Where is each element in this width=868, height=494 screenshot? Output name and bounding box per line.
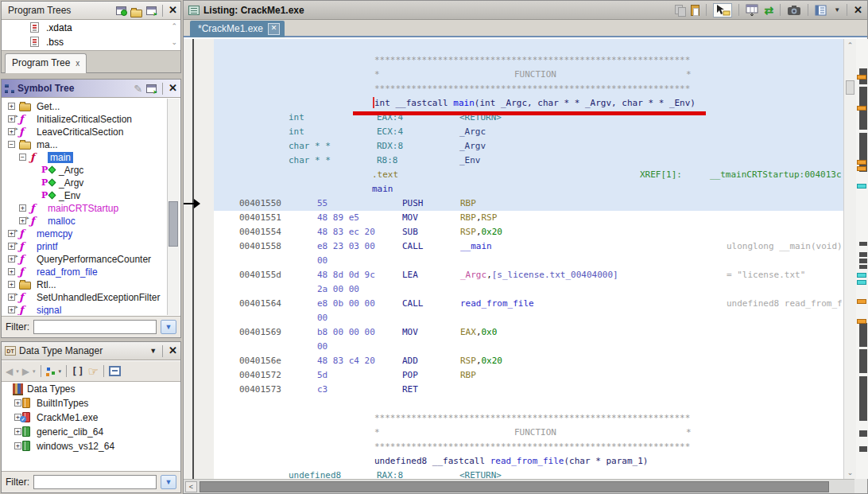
dtm-filter-row: Filter: ▼: [2, 471, 180, 492]
collapse-icon[interactable]: −: [8, 141, 15, 148]
preview-window-icon[interactable]: [109, 366, 121, 376]
menu-caret-icon[interactable]: ▼: [149, 347, 157, 355]
edit-pencil-icon[interactable]: ✎: [134, 83, 142, 95]
cursor-selection-icon[interactable]: [713, 3, 732, 18]
scroll-up-icon[interactable]: ⌃: [844, 39, 856, 52]
expand-window-icon[interactable]: [146, 6, 157, 15]
thunk-icon: ƒ: [19, 241, 24, 251]
close-icon[interactable]: ✕: [854, 5, 862, 16]
expand-window-icon[interactable]: [146, 84, 157, 93]
down-chevron-icon[interactable]: ⌄: [171, 38, 177, 46]
horizontal-scrollbar[interactable]: <: [184, 479, 856, 493]
listing-tab-crackme1[interactable]: *CrackMe1.exe ✕: [190, 21, 285, 37]
copy-icon[interactable]: [675, 5, 686, 15]
listing-icon: [188, 6, 200, 15]
listing-line: main: [214, 182, 843, 196]
scrollbar-thumb[interactable]: [169, 201, 178, 247]
bookmark-marker[interactable]: [857, 319, 866, 324]
scroll-down-icon[interactable]: ⌄: [844, 466, 856, 479]
listing-field: __main: [460, 239, 492, 254]
program-tree-tab[interactable]: Program Treex: [5, 53, 87, 73]
new-tree-icon[interactable]: [116, 6, 126, 15]
close-icon[interactable]: ✕: [169, 5, 177, 16]
listing-field: undefined8 read_from_f: [727, 297, 843, 311]
snapshot-icon[interactable]: [787, 5, 801, 16]
listing-field: RBP: [460, 368, 476, 383]
listing-content[interactable]: ****************************************…: [214, 39, 843, 479]
expand-icon[interactable]: +: [19, 204, 26, 212]
close-icon[interactable]: ✕: [169, 345, 177, 356]
tree-item-label: _Env: [59, 190, 80, 201]
program-tree-tabstrip: Program Treex: [2, 50, 180, 72]
tab-close-icon[interactable]: x: [76, 59, 79, 68]
listing-line: 00: [214, 340, 843, 354]
dropdown-caret-icon[interactable]: ▼: [834, 6, 840, 14]
thunk-icon: ƒ: [19, 126, 24, 137]
listing-field: _Argv: [459, 139, 486, 154]
bookmark-marker[interactable]: [857, 75, 866, 80]
filter-options-icon[interactable]: ▼: [161, 475, 176, 489]
expand-icon[interactable]: +: [14, 442, 21, 449]
symbol-tree-scrollbar[interactable]: [167, 99, 180, 315]
dtm-filter-input[interactable]: [33, 475, 157, 489]
listing-line: 00: [214, 254, 843, 268]
up-chevron-icon[interactable]: ⌃: [171, 22, 177, 30]
listing-field: RBP: [460, 196, 476, 211]
tree-item-label: .xdata: [46, 22, 72, 33]
listing-display-icon[interactable]: [815, 5, 827, 16]
cursor-marker[interactable]: [857, 273, 866, 278]
paste-icon[interactable]: [691, 5, 699, 16]
bookmark-marker[interactable]: [857, 160, 866, 165]
listing-field: 00401551: [239, 211, 281, 225]
cursor-marker[interactable]: [857, 184, 866, 189]
collapse-icon[interactable]: −: [19, 154, 26, 161]
cursor-marker[interactable]: [857, 280, 866, 285]
scrollbar-thumb[interactable]: [846, 80, 854, 95]
tab-close-icon[interactable]: ✕: [268, 23, 280, 35]
bookshelf-icon: [13, 383, 23, 395]
bookmark-marker[interactable]: [857, 166, 866, 171]
expand-icon[interactable]: +: [14, 428, 21, 435]
cursor-caret: [373, 97, 374, 108]
listing-field: char * *: [289, 139, 331, 154]
tree-item-label: BuiltInTypes: [37, 398, 88, 409]
pointer-hand-icon[interactable]: ☞: [87, 364, 98, 379]
scroll-left-icon[interactable]: <: [185, 481, 197, 492]
back-caret-icon[interactable]: ▾: [16, 368, 19, 375]
filter-options-icon[interactable]: ▼: [161, 320, 176, 334]
divider: [162, 83, 163, 95]
divider: [41, 365, 41, 377]
bookmark-marker[interactable]: [857, 106, 866, 111]
bookmark-marker[interactable]: [857, 299, 866, 304]
close-icon[interactable]: ✕: [169, 83, 177, 94]
scrollbar-thumb[interactable]: [200, 481, 829, 492]
expand-icon[interactable]: +: [8, 281, 15, 288]
symbol-tree-icon: [5, 84, 14, 93]
listing-line: *FUNCTION*: [214, 426, 843, 440]
listing-field: RBP,RSP: [460, 211, 497, 225]
association-caret-icon[interactable]: ▾: [59, 368, 62, 375]
listing-field: .text: [372, 168, 398, 182]
symbol-tree-title: Symbol Tree: [17, 83, 134, 94]
forward-caret-icon[interactable]: ▾: [33, 368, 36, 375]
expand-icon[interactable]: +: [8, 268, 15, 275]
expand-icon[interactable]: +: [14, 399, 21, 406]
association-icon[interactable]: [46, 367, 56, 376]
vertical-scrollbar[interactable]: ⌃ ⌄: [843, 39, 856, 479]
view-range-marker: [859, 446, 867, 452]
listing-field: XREF[1]:: [640, 168, 682, 182]
forward-arrow-icon[interactable]: ▶: [22, 366, 29, 377]
back-arrow-icon[interactable]: ◀: [6, 366, 13, 377]
symbol-tree-filter-input[interactable]: [33, 320, 157, 334]
listing-toolbar: ⇄ ▼ ✕: [675, 3, 862, 18]
listing-field: CALL: [402, 239, 424, 254]
brackets-icon[interactable]: []: [72, 367, 84, 376]
table-insert-icon[interactable]: [746, 4, 759, 17]
expand-icon[interactable]: +: [8, 103, 15, 110]
listing-field: RET: [402, 383, 418, 397]
listing-line: *FUNCTION*: [214, 68, 843, 82]
listing-field: __tmainCRTStartup:004013c: [710, 168, 842, 182]
open-folder-icon[interactable]: [130, 10, 142, 18]
diff-arrows-icon[interactable]: ⇄: [764, 4, 773, 17]
listing-field: POP: [402, 368, 418, 383]
